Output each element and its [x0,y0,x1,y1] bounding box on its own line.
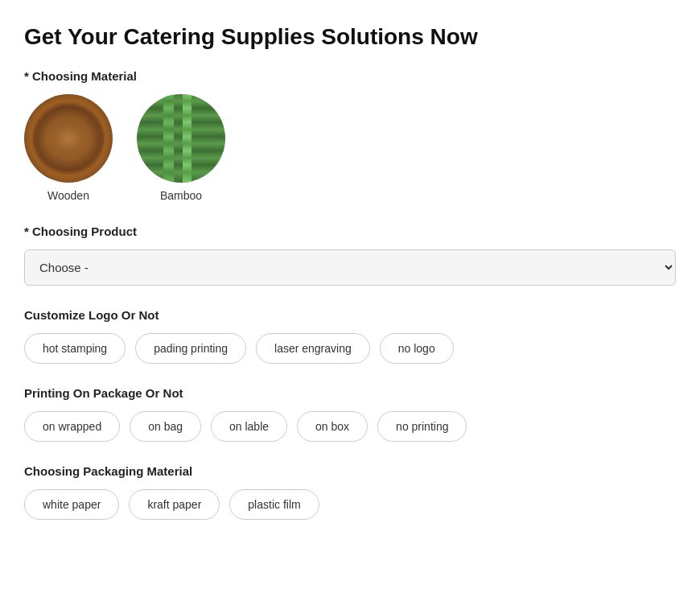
printing-section: Printing On Package Or Not on wrapped on… [24,386,676,442]
printing-section-label: Printing On Package Or Not [24,386,676,400]
packaging-option-kraft-paper[interactable]: kraft paper [129,489,220,520]
logo-option-pading-printing[interactable]: pading printing [135,333,246,364]
printing-option-on-wrapped[interactable]: on wrapped [24,411,120,442]
material-section: * Choosing Material Wooden Bamboo [24,69,676,202]
packaging-option-white-paper[interactable]: white paper [24,489,119,520]
printing-option-on-box[interactable]: on box [297,411,368,442]
logo-section-label: Customize Logo Or Not [24,308,676,322]
product-section-label: * Choosing Product [24,224,676,238]
logo-option-hot-stamping[interactable]: hot stamping [24,333,126,364]
printing-option-on-lable[interactable]: on lable [211,411,287,442]
logo-option-no-logo[interactable]: no logo [380,333,454,364]
printing-options: on wrapped on bag on lable on box no pri… [24,411,676,442]
bamboo-label: Bamboo [160,189,202,202]
packaging-section-label: Choosing Packaging Material [24,464,676,478]
material-options: Wooden Bamboo [24,94,676,202]
material-section-label: * Choosing Material [24,69,676,83]
packaging-option-plastic-film[interactable]: plastic film [229,489,319,520]
material-option-wooden[interactable]: Wooden [24,94,113,202]
packaging-section: Choosing Packaging Material white paper … [24,464,676,520]
printing-option-no-printing[interactable]: no printing [377,411,467,442]
product-select[interactable]: Choose - [24,249,676,286]
logo-option-laser-engraving[interactable]: laser engraving [256,333,370,364]
logo-section: Customize Logo Or Not hot stamping padin… [24,308,676,364]
logo-options: hot stamping pading printing laser engra… [24,333,676,364]
material-option-bamboo[interactable]: Bamboo [137,94,225,202]
bamboo-image [137,94,225,183]
wooden-image [24,94,113,183]
packaging-options: white paper kraft paper plastic film [24,489,676,520]
product-section: * Choosing Product Choose - [24,224,676,286]
wooden-label: Wooden [47,189,89,202]
page-title: Get Your Catering Supplies Solutions Now [24,24,676,50]
printing-option-on-bag[interactable]: on bag [130,411,201,442]
